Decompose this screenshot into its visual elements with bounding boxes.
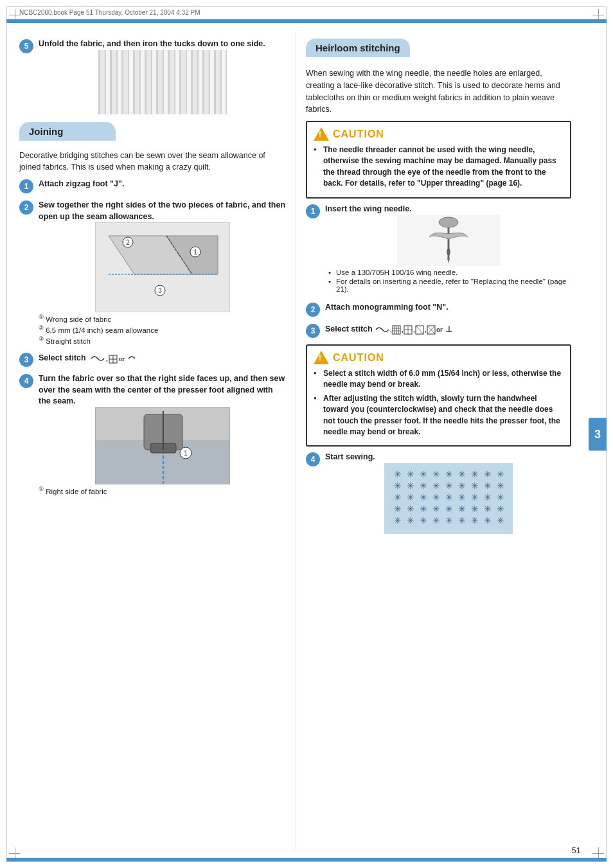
svg-text:✳: ✳ [420,515,427,526]
step-r2-text: Attach monogramming foot "N". [325,303,449,312]
heirloom-body: When sewing with the wing needle, the ne… [306,67,571,116]
joining-heading: Joining [19,122,116,141]
step-r4-text: Start sewing. [325,452,375,461]
svg-text:✳: ✳ [458,492,466,502]
step-r1-number: 1 [306,204,320,218]
step-5-unfold: 5 Unfold the fabric, and then iron the t… [19,39,286,114]
svg-text:✳: ✳ [445,504,453,514]
step-r1-insert-needle: 1 Insert the wing needle. [306,204,571,296]
svg-text:✳: ✳ [432,481,440,491]
joining-diagram-container: 1 2 3 [39,222,286,312]
svg-text:✳: ✳ [432,492,440,502]
svg-text:✳: ✳ [445,481,453,491]
step-1-number: 1 [19,179,33,193]
svg-text:✳: ✳ [497,504,504,514]
svg-text:✳: ✳ [471,481,479,491]
stitch-symbols-left: , or [88,353,139,362]
needle-bullet-1: Use a 130/705H 100/16 wing needle. [328,269,571,276]
svg-text:✳: ✳ [497,492,504,502]
step-3-number: 3 [19,353,33,367]
caution-item-2-1: Select a stitch width of 6.0 mm (15/64 i… [314,368,564,391]
svg-text:✳: ✳ [497,469,504,479]
svg-text:✳: ✳ [471,492,479,502]
svg-text:✳: ✳ [458,504,466,514]
step-4-turn-fabric: 4 Turn the fabric over so that the right… [19,373,286,496]
foot-image-container: 1 [39,407,286,484]
foot-footnote-num: ① [39,486,44,492]
heirloom-heading: Heirloom stitching [306,39,410,57]
stitch-symbols-right-svg: , , [375,323,452,336]
footnote-1: ① Wrong side of fabric [39,314,286,323]
top-accent-bar [6,19,607,23]
needle-image [397,215,500,266]
svg-text:✳: ✳ [407,469,414,479]
svg-text:✳: ✳ [407,492,414,502]
svg-text:3: 3 [158,287,162,294]
svg-text:✳: ✳ [497,515,504,526]
caution-item-1-1: The needle threader cannot be used with … [314,145,564,190]
svg-text:,: , [413,326,415,333]
svg-text:,: , [425,326,427,333]
footnote-1-num: ① [39,314,44,320]
svg-text:✳: ✳ [484,481,492,491]
svg-text:✳: ✳ [445,469,453,479]
svg-text:✳: ✳ [458,481,466,491]
step-3-select-stitch: 3 Select stitch , [19,352,286,367]
svg-text:1: 1 [184,450,188,457]
step-r2-number: 2 [306,303,320,317]
stitch-symbols-right: , , [375,324,452,333]
caution-header-1: CAUTION [314,127,564,141]
step-5-bold: Unfold the fabric, and then iron the tuc… [39,39,265,48]
svg-text:✳: ✳ [420,469,427,479]
footnote-2-text: 6.5 mm (1/4 inch) seam allowance [46,326,158,334]
svg-text:✳: ✳ [420,492,427,502]
step-1-text: Attach zigzag foot "J". [39,179,124,188]
foot-footnote: ① Right side of fabric [39,486,286,495]
svg-text:✳: ✳ [394,492,402,502]
svg-text:,: , [402,326,404,333]
heirloom-svg: ✳ ✳ ✳ ✳ ✳ ✳ ✳ ✳ ✳ ✳ ✳ [384,463,513,534]
svg-text:✳: ✳ [394,481,402,491]
step-r4-number: 4 [306,452,320,466]
step-5-number: 5 [19,39,33,53]
footnote-3-num: ③ [39,335,44,342]
footnote-2: ② 6.5 mm (1/4 inch) seam allowance [39,324,286,334]
right-column: Heirloom stitching When sewing with the … [296,32,581,849]
caution-triangle-2 [314,351,329,364]
svg-text:or: or [119,355,125,362]
svg-point-23 [439,217,458,227]
bottom-accent-bar [6,858,607,862]
step-5-text: Unfold the fabric, and then iron the tuc… [39,39,286,50]
caution-list-2: Select a stitch width of 6.0 mm (15/64 i… [314,368,564,438]
step-5-content: Unfold the fabric, and then iron the tuc… [39,39,286,114]
svg-text:1: 1 [193,249,197,256]
footnote-3-text: Straight stitch [46,337,91,344]
svg-text:✳: ✳ [432,504,440,514]
foot-image: 1 [95,407,230,484]
svg-text:2: 2 [126,239,130,246]
foot-svg: 1 [96,408,230,484]
step-r1-text: Insert the wing needle. [325,204,412,213]
svg-text:✳: ✳ [394,504,402,514]
step-r3-select-stitch: 3 Select stitch , [306,323,571,338]
joining-svg: 1 2 3 [96,223,231,313]
svg-text:,: , [390,326,392,333]
svg-text:✳: ✳ [471,515,479,526]
needle-bullet-2: For details on inserting a needle, refer… [328,278,571,293]
svg-text:✳: ✳ [394,469,402,479]
step-2-text: Sew together the right sides of the two … [39,200,285,221]
step-4-number: 4 [19,374,33,388]
left-column: 5 Unfold the fabric, and then iron the t… [13,32,296,849]
svg-text:✳: ✳ [407,504,414,514]
foot-footnote-text: Right side of fabric [46,488,107,495]
file-info: NCBC2000.book Page 51 Thursday, October … [19,9,200,16]
svg-text:✳: ✳ [497,481,504,491]
caution-body-1: The needle threader cannot be used with … [314,145,564,190]
svg-text:✳: ✳ [471,504,479,514]
stitch-symbols-svg: , or [88,352,139,365]
svg-text:✳: ✳ [484,504,492,514]
svg-text:✳: ✳ [420,504,427,514]
needle-bullets: Use a 130/705H 100/16 wing needle. For d… [325,269,571,293]
caution-title-2: CAUTION [333,352,384,364]
svg-text:✳: ✳ [445,515,453,526]
